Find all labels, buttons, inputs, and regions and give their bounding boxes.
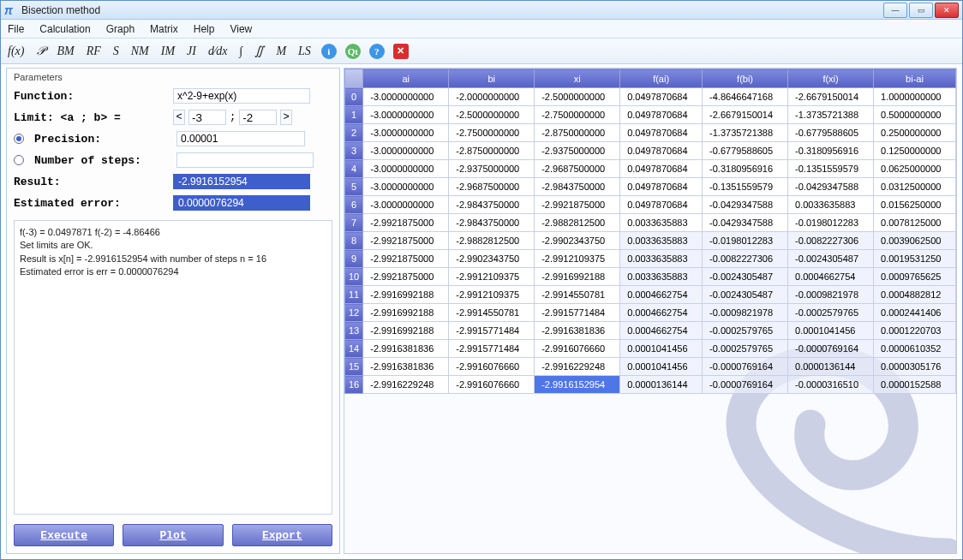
menu-matrix[interactable]: Matrix bbox=[150, 23, 178, 35]
tool-nm[interactable]: NM bbox=[129, 45, 151, 58]
table-cell[interactable]: 0.5000000000 bbox=[874, 106, 956, 124]
minimize-button[interactable]: — bbox=[883, 3, 907, 18]
results-table[interactable]: aibixif(ai)f(bi)f(xi)bi-ai 0-3.000000000… bbox=[344, 69, 956, 394]
table-cell[interactable]: -0.0429347588 bbox=[703, 196, 788, 214]
tool-plot[interactable]: 𝒫 bbox=[34, 45, 46, 58]
table-cell[interactable]: 0.0497870684 bbox=[620, 160, 703, 178]
help-icon[interactable]: ? bbox=[369, 44, 385, 59]
tool-int[interactable]: ∫ bbox=[238, 45, 245, 58]
table-cell[interactable]: -2.5000000000 bbox=[535, 88, 620, 106]
table-cell[interactable]: 0.0001041456 bbox=[788, 322, 874, 340]
table-cell[interactable]: -0.0429347588 bbox=[703, 214, 788, 232]
table-cell[interactable]: -2.0000000000 bbox=[449, 88, 535, 106]
row-index[interactable]: 14 bbox=[345, 340, 363, 358]
table-cell[interactable]: -2.9915771484 bbox=[449, 322, 535, 340]
execute-button[interactable]: Execute bbox=[14, 524, 114, 546]
table-cell[interactable]: -2.9375000000 bbox=[449, 160, 535, 178]
tool-rf[interactable]: RF bbox=[85, 45, 103, 58]
table-cell[interactable]: -2.9902343750 bbox=[535, 232, 620, 250]
table-header[interactable]: f(bi) bbox=[703, 69, 788, 88]
row-index[interactable]: 0 bbox=[345, 88, 363, 106]
function-input[interactable] bbox=[173, 88, 310, 104]
table-cell[interactable]: -2.9687500000 bbox=[535, 160, 620, 178]
table-cell[interactable]: -2.9902343750 bbox=[449, 250, 535, 268]
table-cell[interactable]: 0.0039062500 bbox=[874, 232, 956, 250]
table-cell[interactable]: -3.0000000000 bbox=[363, 142, 449, 160]
row-index[interactable]: 9 bbox=[345, 250, 363, 268]
table-cell[interactable]: -2.9914550781 bbox=[449, 304, 535, 322]
row-index[interactable]: 12 bbox=[345, 304, 363, 322]
close-button[interactable]: ✕ bbox=[935, 3, 959, 18]
tool-m[interactable]: M bbox=[274, 45, 288, 58]
export-button[interactable]: Export bbox=[232, 524, 332, 546]
tool-ls[interactable]: LS bbox=[296, 45, 313, 58]
table-cell[interactable]: -2.9687500000 bbox=[449, 178, 535, 196]
table-cell[interactable]: -4.8646647168 bbox=[703, 88, 788, 106]
table-cell[interactable]: -2.9916229248 bbox=[535, 358, 620, 376]
table-cell[interactable]: 0.0004662754 bbox=[620, 322, 703, 340]
table-cell[interactable]: 0.0497870684 bbox=[620, 124, 703, 142]
tool-bm[interactable]: BM bbox=[55, 45, 75, 58]
table-cell[interactable]: -2.9882812500 bbox=[449, 232, 535, 250]
row-index[interactable]: 4 bbox=[345, 160, 363, 178]
table-cell[interactable]: 0.0000152588 bbox=[874, 376, 956, 394]
table-cell[interactable]: 0.0000610352 bbox=[874, 340, 956, 358]
table-cell[interactable]: -2.9375000000 bbox=[535, 142, 620, 160]
table-cell[interactable]: -2.8750000000 bbox=[449, 142, 535, 160]
table-cell[interactable]: -2.9921875000 bbox=[535, 196, 620, 214]
row-index[interactable]: 15 bbox=[345, 358, 363, 376]
table-cell[interactable]: 0.0033635883 bbox=[620, 250, 703, 268]
table-cell[interactable]: -0.0198012283 bbox=[788, 214, 874, 232]
table-cell[interactable]: -3.0000000000 bbox=[363, 178, 449, 196]
precision-radio[interactable] bbox=[14, 134, 24, 144]
table-cell[interactable]: -2.9916076660 bbox=[535, 340, 620, 358]
tool-fx[interactable]: f(x) bbox=[6, 45, 26, 58]
table-cell[interactable]: 0.0000136144 bbox=[788, 358, 874, 376]
table-cell[interactable]: -0.0024305487 bbox=[703, 286, 788, 304]
table-cell[interactable]: 0.0001041456 bbox=[620, 340, 703, 358]
table-cell[interactable]: -0.0000769164 bbox=[788, 340, 874, 358]
table-cell[interactable]: 0.2500000000 bbox=[874, 124, 956, 142]
table-header[interactable]: f(xi) bbox=[788, 69, 874, 88]
table-cell[interactable]: -2.9915771484 bbox=[535, 304, 620, 322]
table-cell[interactable]: 0.0033635883 bbox=[620, 232, 703, 250]
table-cell[interactable]: 0.0497870684 bbox=[620, 106, 703, 124]
table-header[interactable]: bi bbox=[449, 69, 535, 88]
table-cell[interactable]: 0.0078125000 bbox=[874, 214, 956, 232]
menu-calculation[interactable]: Calculation bbox=[39, 23, 90, 35]
limit-a-input[interactable] bbox=[188, 110, 226, 125]
table-cell[interactable]: 0.0497870684 bbox=[620, 88, 703, 106]
table-cell[interactable]: -1.3735721388 bbox=[788, 106, 874, 124]
table-cell[interactable]: 0.0001220703 bbox=[874, 322, 956, 340]
row-index[interactable]: 10 bbox=[345, 268, 363, 286]
table-cell[interactable]: 0.0497870684 bbox=[620, 178, 703, 196]
table-cell[interactable]: -2.9916381836 bbox=[535, 322, 620, 340]
table-cell[interactable]: -0.6779588605 bbox=[703, 142, 788, 160]
table-cell[interactable]: -2.9921875000 bbox=[363, 268, 449, 286]
table-cell[interactable]: -3.0000000000 bbox=[363, 124, 449, 142]
table-cell[interactable]: -0.3180956916 bbox=[703, 160, 788, 178]
table-cell[interactable]: 0.0625000000 bbox=[874, 160, 956, 178]
table-cell[interactable]: 0.0312500000 bbox=[874, 178, 956, 196]
table-cell[interactable]: 0.0019531250 bbox=[874, 250, 956, 268]
table-cell[interactable]: 0.0009765625 bbox=[874, 268, 956, 286]
table-cell[interactable]: -0.0002579765 bbox=[788, 304, 874, 322]
steps-radio[interactable] bbox=[14, 155, 24, 165]
tool-ji[interactable]: JI bbox=[185, 45, 198, 58]
row-index[interactable]: 7 bbox=[345, 214, 363, 232]
table-cell[interactable]: -0.0024305487 bbox=[788, 250, 874, 268]
table-cell[interactable]: -2.9882812500 bbox=[535, 214, 620, 232]
table-cell[interactable]: -2.9916076660 bbox=[449, 376, 535, 394]
table-cell[interactable]: 0.0156250000 bbox=[874, 196, 956, 214]
table-cell[interactable]: 0.0033635883 bbox=[788, 196, 874, 214]
menu-help[interactable]: Help bbox=[194, 23, 215, 35]
precision-input[interactable] bbox=[176, 131, 305, 146]
table-header[interactable]: ai bbox=[363, 69, 449, 88]
table-header[interactable]: bi-ai bbox=[874, 69, 956, 88]
row-index[interactable]: 11 bbox=[345, 286, 363, 304]
table-cell[interactable]: -3.0000000000 bbox=[363, 106, 449, 124]
table-cell[interactable]: -0.0000769164 bbox=[703, 358, 788, 376]
table-cell[interactable]: -3.0000000000 bbox=[363, 88, 449, 106]
table-cell[interactable]: 0.0497870684 bbox=[620, 196, 703, 214]
table-cell[interactable]: -2.9843750000 bbox=[449, 196, 535, 214]
